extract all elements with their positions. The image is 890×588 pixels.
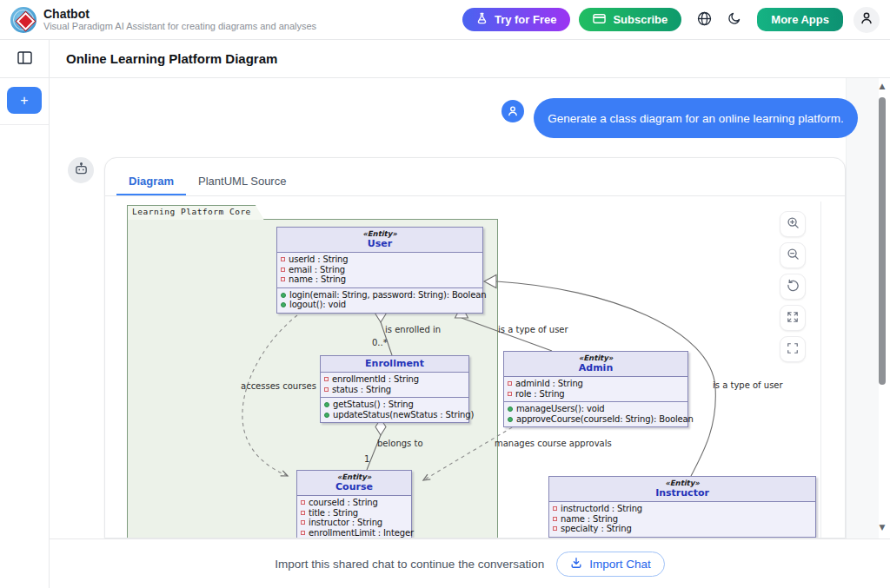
public-method-icon bbox=[281, 302, 286, 307]
import-footer: Import this shared chat to continue the … bbox=[50, 538, 890, 588]
public-method-icon bbox=[508, 417, 513, 422]
public-method-icon bbox=[324, 402, 329, 407]
method-row: approveCourse(courseId: String): Boolean bbox=[508, 414, 684, 425]
tab-bar: Diagram PlantUML Source bbox=[105, 158, 845, 196]
attribute-row: name : String bbox=[281, 274, 479, 285]
edge-label: belongs to bbox=[377, 439, 423, 448]
class-name: Admin bbox=[508, 362, 684, 373]
import-hint-text: Import this shared chat to continue the … bbox=[275, 558, 544, 571]
private-attribute-icon bbox=[508, 392, 512, 396]
app-window: Chatbot Visual Paradigm AI Assistant for… bbox=[0, 0, 890, 588]
class-name: Instructor bbox=[553, 487, 812, 499]
edge-label: manages course approvals bbox=[495, 439, 612, 448]
class-enrollment[interactable]: Enrollment enrollmentId : String status … bbox=[320, 355, 469, 423]
private-attribute-icon bbox=[301, 520, 305, 525]
assistant-response-card: Diagram PlantUML Source Learning Platfor… bbox=[104, 157, 846, 538]
private-attribute-icon bbox=[301, 531, 305, 535]
fullscreen-button[interactable] bbox=[780, 336, 806, 362]
attribute-row: title : String bbox=[301, 508, 408, 519]
class-course[interactable]: «Entity» Course courseId : String title … bbox=[296, 470, 412, 538]
page-title: Online Learning Platform Diagram bbox=[66, 51, 277, 66]
reset-view-button[interactable] bbox=[780, 274, 806, 300]
user-message-bubble: Generate a class diagram for an online l… bbox=[534, 98, 858, 138]
globe-icon bbox=[697, 11, 712, 29]
diagram-canvas[interactable]: Learning Platform Core bbox=[126, 202, 821, 538]
language-globe-button[interactable] bbox=[697, 11, 712, 29]
zoom-out-button[interactable] bbox=[780, 242, 806, 268]
edge-label: accesses courses bbox=[241, 381, 316, 391]
app-title: Chatbot bbox=[43, 8, 316, 21]
zoom-in-button[interactable] bbox=[780, 211, 806, 237]
attribute-row: courseId : String bbox=[301, 498, 408, 508]
moon-icon bbox=[727, 11, 741, 28]
title-bar: Online Learning Platform Diagram bbox=[50, 40, 890, 78]
attribute-row: instructorId : String bbox=[553, 504, 812, 514]
edge-label: is a type of user bbox=[498, 325, 568, 334]
private-attribute-icon bbox=[324, 377, 329, 381]
method-row: logout(): void bbox=[281, 300, 479, 310]
sidebar: + bbox=[0, 40, 50, 588]
method-row: getStatus() : String bbox=[324, 400, 465, 410]
diagram-controls bbox=[780, 211, 806, 362]
class-name: User bbox=[281, 238, 479, 249]
scroll-down-arrow[interactable]: ▼ bbox=[878, 523, 887, 532]
zoom-out-icon bbox=[787, 248, 800, 263]
more-apps-button[interactable]: More Apps bbox=[757, 8, 843, 31]
package-tab: Learning Platform Core bbox=[127, 205, 264, 220]
private-attribute-icon bbox=[281, 257, 285, 261]
expand-button[interactable] bbox=[780, 305, 806, 331]
public-method-icon bbox=[324, 413, 329, 418]
tab-diagram[interactable]: Diagram bbox=[116, 168, 186, 195]
subscribe-button[interactable]: Subscribe bbox=[579, 8, 681, 31]
method-row: updateStatus(newStatus : String) bbox=[324, 410, 465, 420]
private-attribute-icon bbox=[281, 268, 285, 272]
scrollbar-thumb[interactable] bbox=[879, 97, 886, 385]
edge-multiplicity: 1 bbox=[364, 454, 369, 464]
visual-paradigm-logo bbox=[10, 7, 37, 33]
class-name: Enrollment bbox=[324, 358, 465, 369]
robot-icon bbox=[74, 162, 89, 180]
private-attribute-icon bbox=[301, 500, 305, 505]
chat-viewport[interactable]: Generate a class diagram for an online l… bbox=[50, 78, 890, 538]
brand-block: Chatbot Visual Paradigm AI Assistant for… bbox=[43, 8, 316, 32]
public-method-icon bbox=[508, 406, 513, 412]
attribute-row: email : String bbox=[281, 265, 479, 275]
attribute-row: status : String bbox=[324, 385, 465, 395]
private-attribute-icon bbox=[324, 387, 329, 392]
class-admin[interactable]: «Entity» Admin adminId : String role : S… bbox=[503, 351, 688, 427]
sidebar-divider bbox=[0, 124, 49, 125]
dark-mode-button[interactable] bbox=[727, 11, 741, 28]
attribute-row: instructor : String bbox=[301, 518, 408, 528]
fullscreen-icon bbox=[787, 342, 799, 357]
private-attribute-icon bbox=[553, 506, 557, 511]
zoom-in-icon bbox=[787, 216, 800, 232]
private-attribute-icon bbox=[508, 381, 512, 386]
right-gutter bbox=[846, 78, 879, 538]
edge-label: is a type of user bbox=[713, 380, 783, 390]
assistant-avatar bbox=[68, 157, 94, 183]
class-user[interactable]: «Entity» User userId : String email : St… bbox=[276, 227, 483, 314]
expand-icon bbox=[787, 311, 799, 326]
attribute-row: enrollmentId : String bbox=[324, 374, 465, 385]
attribute-row: userId : String bbox=[281, 254, 479, 265]
scroll-up-arrow[interactable]: ▲ bbox=[878, 82, 887, 90]
account-button[interactable] bbox=[853, 7, 880, 33]
person-icon bbox=[860, 11, 873, 28]
private-attribute-icon bbox=[553, 517, 557, 521]
public-method-icon bbox=[281, 293, 286, 298]
class-instructor[interactable]: «Entity» Instructor instructorId : Strin… bbox=[548, 476, 816, 538]
method-row: login(email: String, password: String): … bbox=[281, 290, 479, 301]
private-attribute-icon bbox=[553, 526, 557, 531]
class-name: Course bbox=[301, 481, 408, 492]
try-for-free-button[interactable]: Try for Free bbox=[462, 8, 571, 31]
download-icon bbox=[570, 557, 582, 571]
credit-card-icon bbox=[593, 13, 606, 27]
import-chat-button[interactable]: Import Chat bbox=[556, 552, 665, 577]
sidebar-toggle-button[interactable] bbox=[17, 51, 32, 67]
tab-plantuml-source[interactable]: PlantUML Source bbox=[186, 168, 298, 195]
private-attribute-icon bbox=[301, 511, 305, 515]
new-chat-button[interactable]: + bbox=[7, 87, 42, 114]
reset-icon bbox=[787, 279, 800, 294]
user-avatar bbox=[501, 100, 524, 122]
app-header: Chatbot Visual Paradigm AI Assistant for… bbox=[0, 0, 890, 40]
